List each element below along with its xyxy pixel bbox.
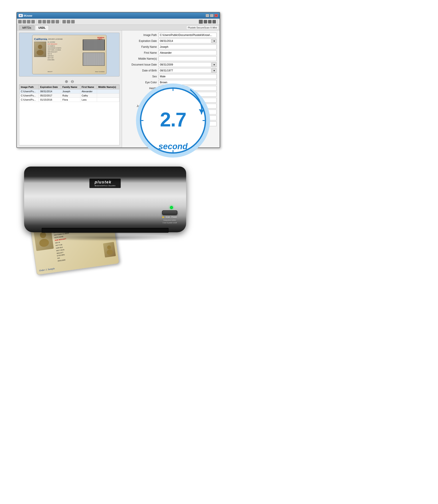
- tab-mrtds[interactable]: MRTDs: [19, 25, 34, 30]
- svg-point-11: [107, 245, 111, 250]
- filter-icon[interactable]: [71, 20, 75, 23]
- window-title: iKnow: [24, 14, 206, 17]
- scanner-led-indicator: [170, 206, 173, 209]
- toolbar-separator: [36, 20, 37, 24]
- scanner-wrapper: SAMPLE EXP 08/31/2014 FN SAMPLE ALEXANDE…: [11, 153, 199, 289]
- help-icon[interactable]: [212, 20, 216, 23]
- col-image-path[interactable]: Image Path: [20, 85, 39, 90]
- cell-exp-date-1: 08/31/2014: [39, 90, 61, 94]
- tools-icon[interactable]: [204, 20, 207, 23]
- input-date-of-birth[interactable]: [159, 68, 211, 73]
- input-image-path[interactable]: [159, 33, 217, 37]
- timer-value: 2.7: [160, 110, 186, 130]
- id-state-name: California: [34, 37, 47, 41]
- cell-family-2: Ruby: [61, 94, 80, 98]
- export-icon[interactable]: [208, 20, 212, 23]
- input-expiration-date[interactable]: [159, 39, 211, 43]
- id-card-mock: California DRIVER LICENSE FEDERALLIMITSA…: [32, 35, 107, 74]
- back-icon[interactable]: [38, 20, 42, 23]
- scanner-housing: plustek MobileOffice DuoHit ▶ Scan Power…: [24, 167, 186, 232]
- delete-icon[interactable]: [31, 20, 35, 23]
- scan-label: ▶: [163, 216, 164, 218]
- zoom-controls: ⊕ ⊖: [17, 79, 122, 84]
- cell-image-path-1: C:\Users\Pu...: [20, 90, 39, 94]
- table-row[interactable]: C:\Users\Pu... 01/15/2016 Flora Lara: [20, 98, 119, 102]
- scan-labels: ▶ Scan Power: [163, 216, 177, 218]
- label-expiration-date: Expiration Date: [125, 39, 157, 43]
- scan-icon[interactable]: [62, 20, 66, 23]
- cell-first-2: Cathy: [80, 94, 97, 98]
- minimize-button[interactable]: —: [206, 14, 209, 17]
- id-card-signature: Dean Candidate: [95, 71, 104, 72]
- document-issue-date-calendar-button[interactable]: ▼: [212, 62, 217, 67]
- id-card-preview: California DRIVER LICENSE FEDERALLIMITSA…: [19, 33, 120, 77]
- expiration-date-wrapper: ▼: [159, 39, 217, 43]
- input-document-issue-date[interactable]: [159, 62, 211, 67]
- prev-icon[interactable]: [43, 20, 46, 23]
- app-logo: iK: [19, 14, 23, 17]
- form-row-expiration-date: Expiration Date ▼: [125, 39, 217, 43]
- scanner-card-slot: [42, 228, 169, 233]
- table-row[interactable]: C:\Users\Pu... 08/31/2014 Joseph Alexand…: [20, 90, 119, 94]
- fwd-icon[interactable]: [56, 20, 59, 23]
- zoom-out-button[interactable]: ⊖: [71, 79, 74, 83]
- settings-icon[interactable]: [67, 20, 70, 23]
- form-row-sex: Sex: [125, 74, 217, 79]
- search-icon[interactable]: [199, 20, 203, 24]
- form-row-middle-names: Middle Name(s): [125, 56, 217, 61]
- label-document-issue-date: Document Issue Date: [125, 63, 157, 66]
- device-name-label: Plustek SecureScan X-Mini: [186, 26, 219, 30]
- form-row-date-of-birth: Date of Birth ▼: [125, 68, 217, 73]
- timer-graphic: 2.7 second: [136, 83, 210, 158]
- tab-usdl[interactable]: USDL: [35, 25, 49, 30]
- id-card-out-small-photo: [103, 242, 116, 258]
- zoom-in-button[interactable]: ⊕: [65, 79, 68, 83]
- cell-middle-1: [97, 90, 119, 94]
- cell-image-path-3: C:\Users\Pu...: [20, 98, 39, 102]
- col-first-name[interactable]: First Name: [80, 85, 97, 90]
- cell-family-1: Joseph: [61, 90, 80, 94]
- input-first-name[interactable]: [159, 50, 217, 55]
- new-icon[interactable]: [18, 20, 22, 23]
- scanner-body: plustek MobileOffice DuoHit ▶ Scan Power…: [24, 167, 186, 241]
- label-date-of-birth: Date of Birth: [125, 69, 157, 72]
- cell-first-1: Alexander: [80, 90, 97, 94]
- id-card-id-number: 08311977: [48, 71, 53, 72]
- scanner-brand-label: plustek MobileOffice DuoHit: [89, 179, 121, 188]
- play-icon[interactable]: [47, 20, 50, 23]
- scan-text: Scan: [165, 216, 170, 218]
- date-of-birth-calendar-button[interactable]: ▼: [212, 68, 217, 73]
- col-middle-names[interactable]: Middle Name(s): [97, 85, 119, 90]
- title-bar: iK iKnow — □ ✕: [17, 12, 220, 19]
- toolbar-separator-3: [218, 20, 218, 24]
- next-icon[interactable]: [51, 20, 55, 23]
- form-row-first-name: First Name: [125, 50, 217, 55]
- maximize-button[interactable]: □: [210, 14, 214, 17]
- input-family-name[interactable]: [159, 45, 217, 49]
- keep-press-label: Keep press button: [164, 219, 176, 221]
- input-sex[interactable]: [159, 74, 217, 79]
- form-row-image-path: Image Path: [125, 33, 217, 37]
- cell-first-3: Lara: [80, 98, 97, 102]
- svg-point-1: [37, 50, 44, 55]
- cell-family-3: Flora: [61, 98, 80, 102]
- label-sex: Sex: [125, 75, 157, 78]
- cell-exp-date-3: 01/15/2016: [39, 98, 61, 102]
- input-middle-names[interactable]: [159, 56, 217, 61]
- table-row[interactable]: C:\Users\Pu... 05/22/2017 Ruby Cathy: [20, 94, 119, 98]
- id-card-2d-barcode: [83, 53, 105, 66]
- data-table[interactable]: Image Path Expiration Date Family Name F…: [19, 84, 120, 145]
- close-button[interactable]: ✕: [214, 14, 218, 17]
- svg-point-0: [38, 45, 42, 49]
- expiration-date-calendar-button[interactable]: ▼: [212, 39, 217, 43]
- power-text: Power: [172, 216, 177, 218]
- form-row-family-name: Family Name: [125, 45, 217, 49]
- label-first-name: First Name: [125, 51, 157, 54]
- open-icon[interactable]: [22, 20, 26, 23]
- col-family-name[interactable]: Family Name: [61, 85, 80, 90]
- label-family-name: Family Name: [125, 45, 157, 48]
- cell-exp-date-2: 05/22/2017: [39, 94, 61, 98]
- save-icon[interactable]: [27, 20, 31, 23]
- scan-button[interactable]: [162, 210, 177, 215]
- col-expiration-date[interactable]: Expiration Date: [39, 85, 61, 90]
